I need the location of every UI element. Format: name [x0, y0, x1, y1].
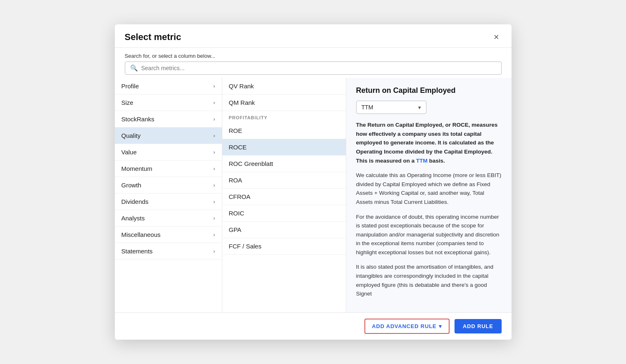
metric-label: QV Rank — [229, 83, 254, 90]
detail-para-2: For the avoidance of doubt, this operati… — [356, 213, 502, 257]
chevron-right-icon: › — [213, 182, 215, 188]
category-label: Momentum — [121, 165, 152, 172]
chevron-right-icon: › — [213, 199, 215, 205]
search-input-wrap: 🔍 — [125, 61, 502, 75]
search-input[interactable] — [141, 65, 496, 71]
chevron-right-icon: › — [213, 132, 215, 139]
metric-item-qm-rank[interactable]: QM Rank — [222, 95, 346, 111]
category-label: StockRanks — [121, 116, 155, 123]
metric-item-roic[interactable]: ROIC — [222, 205, 346, 222]
category-item-growth[interactable]: Growth› — [115, 177, 222, 194]
category-item-miscellaneous[interactable]: Miscellaneous› — [115, 227, 222, 243]
modal-body: Profile›Size›StockRanks›Quality›Value›Mo… — [115, 78, 512, 312]
metric-item-roce[interactable]: ROCE — [222, 139, 346, 156]
category-label: Quality — [121, 132, 141, 139]
metric-label: ROC Greenblatt — [229, 160, 274, 167]
category-label: Statements — [121, 248, 153, 255]
chevron-right-icon: › — [213, 248, 215, 254]
chevron-right-icon: › — [213, 83, 215, 89]
advanced-rule-arrow-icon: ▾ — [439, 323, 442, 329]
category-item-quality[interactable]: Quality› — [115, 128, 222, 144]
metric-item-roa[interactable]: ROA — [222, 172, 346, 189]
description-bold: The Return on Capital Employed, or ROCE,… — [356, 122, 498, 163]
ttm-dropdown[interactable]: TTM ▾ — [356, 101, 426, 114]
select-metric-modal: Select metric × Search for, or select a … — [115, 24, 512, 340]
modal-header: Select metric × — [115, 24, 512, 48]
dropdown-arrow-icon: ▾ — [418, 104, 421, 111]
ttm-dropdown-value: TTM — [362, 104, 374, 111]
metric-label: ROA — [229, 177, 243, 184]
chevron-right-icon: › — [213, 99, 215, 106]
detail-description: The Return on Capital Employed, or ROCE,… — [356, 121, 502, 165]
detail-para-1: We calculate this as Operating Income (m… — [356, 171, 502, 206]
category-label: Miscellaneous — [121, 231, 161, 238]
categories-column: Profile›Size›StockRanks›Quality›Value›Mo… — [115, 78, 222, 312]
category-item-momentum[interactable]: Momentum› — [115, 161, 222, 177]
metric-item-roe[interactable]: ROE — [222, 123, 346, 139]
add-advanced-rule-button[interactable]: ADD ADVANCED RULE ▾ — [364, 319, 450, 334]
metric-label: ROCE — [229, 144, 247, 151]
search-icon: 🔍 — [130, 64, 138, 72]
category-item-value[interactable]: Value› — [115, 144, 222, 161]
left-panel: Profile›Size›StockRanks›Quality›Value›Mo… — [115, 78, 346, 312]
detail-panel: Return on Capital Employed TTM ▾ The Ret… — [346, 78, 512, 312]
search-area: Search for, or select a column below... … — [115, 48, 512, 75]
detail-title: Return on Capital Employed — [356, 86, 502, 95]
category-item-statements[interactable]: Statements› — [115, 243, 222, 260]
category-label: Value — [121, 149, 137, 156]
add-rule-button[interactable]: ADD RULE — [455, 319, 501, 333]
metric-item-gpa[interactable]: GPA — [222, 222, 346, 238]
category-label: Size — [121, 99, 133, 106]
add-advanced-rule-label: ADD ADVANCED RULE — [372, 323, 436, 329]
chevron-right-icon: › — [213, 116, 215, 122]
metric-item-cfroa[interactable]: CFROA — [222, 189, 346, 205]
metric-label: ROIC — [229, 210, 245, 217]
metric-label: ROE — [229, 127, 243, 134]
chevron-right-icon: › — [213, 232, 215, 238]
category-item-analysts[interactable]: Analysts› — [115, 210, 222, 227]
metrics-section-header-profitability: PROFITABILITY — [222, 111, 346, 123]
metric-label: GPA — [229, 226, 242, 233]
category-label: Growth — [121, 182, 141, 189]
category-item-size[interactable]: Size› — [115, 95, 222, 111]
chevron-right-icon: › — [213, 215, 215, 221]
search-label: Search for, or select a column below... — [125, 53, 502, 59]
category-item-dividends[interactable]: Dividends› — [115, 194, 222, 210]
metrics-column: QV RankQM RankPROFITABILITYROEROCEROC Gr… — [222, 78, 346, 312]
category-label: Analysts — [121, 215, 145, 222]
metric-label: FCF / Sales — [229, 243, 262, 250]
category-label: Dividends — [121, 198, 149, 205]
chevron-right-icon: › — [213, 165, 215, 172]
ttm-link[interactable]: TTM — [416, 158, 428, 164]
metric-item-roc-greenblatt[interactable]: ROC Greenblatt — [222, 156, 346, 172]
metric-item-qv-rank[interactable]: QV Rank — [222, 78, 346, 95]
category-label: Profile — [121, 83, 139, 90]
category-item-profile[interactable]: Profile› — [115, 78, 222, 95]
metric-item-fcf-sales[interactable]: FCF / Sales — [222, 238, 346, 255]
modal-title: Select metric — [125, 32, 181, 43]
chevron-right-icon: › — [213, 149, 215, 155]
detail-para-3: It is also stated post the amortisation … — [356, 262, 502, 298]
metric-label: QM Rank — [229, 99, 255, 106]
close-button[interactable]: × — [491, 32, 502, 43]
metric-label: CFROA — [229, 193, 251, 200]
modal-footer: ADD ADVANCED RULE ▾ ADD RULE — [115, 312, 512, 340]
category-item-stockranks[interactable]: StockRanks› — [115, 111, 222, 128]
